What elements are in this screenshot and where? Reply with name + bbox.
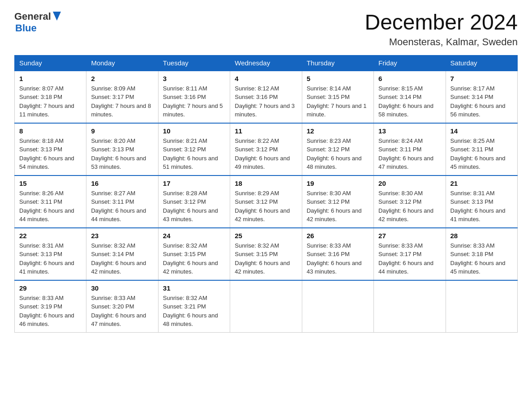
day-info: Sunrise: 8:32 AMSunset: 3:15 PMDaylight:… [235, 242, 290, 275]
day-info: Sunrise: 8:09 AMSunset: 3:17 PMDaylight:… [91, 85, 151, 118]
calendar-week-row: 29 Sunrise: 8:33 AMSunset: 3:19 PMDaylig… [15, 280, 518, 333]
header-row: Sunday Monday Tuesday Wednesday Thursday… [15, 55, 518, 71]
day-info: Sunrise: 8:30 AMSunset: 3:12 PMDaylight:… [378, 190, 433, 223]
table-row: 25 Sunrise: 8:32 AMSunset: 3:15 PMDaylig… [230, 228, 302, 280]
table-row: 9 Sunrise: 8:20 AMSunset: 3:13 PMDayligh… [86, 123, 158, 176]
day-info: Sunrise: 8:15 AMSunset: 3:14 PMDaylight:… [378, 85, 433, 118]
table-row: 21 Sunrise: 8:31 AMSunset: 3:13 PMDaylig… [446, 176, 517, 228]
table-row: 7 Sunrise: 8:17 AMSunset: 3:14 PMDayligh… [446, 71, 517, 123]
day-number: 30 [91, 284, 153, 292]
table-row: 1 Sunrise: 8:07 AMSunset: 3:18 PMDayligh… [15, 71, 86, 123]
day-number: 12 [307, 127, 369, 135]
table-row: 8 Sunrise: 8:18 AMSunset: 3:13 PMDayligh… [15, 123, 86, 176]
day-number: 7 [450, 75, 513, 82]
day-number: 19 [307, 180, 369, 187]
day-number: 24 [163, 232, 225, 240]
day-number: 28 [450, 232, 513, 240]
day-number: 4 [235, 75, 297, 82]
day-info: Sunrise: 8:07 AMSunset: 3:18 PMDaylight:… [19, 85, 74, 118]
table-row: 31 Sunrise: 8:32 AMSunset: 3:21 PMDaylig… [158, 280, 230, 333]
day-info: Sunrise: 8:33 AMSunset: 3:19 PMDaylight:… [19, 295, 74, 328]
day-number: 11 [235, 127, 297, 135]
header-saturday: Saturday [446, 55, 517, 71]
table-row: 5 Sunrise: 8:14 AMSunset: 3:15 PMDayligh… [302, 71, 373, 123]
day-info: Sunrise: 8:27 AMSunset: 3:11 PMDaylight:… [91, 190, 146, 223]
day-info: Sunrise: 8:32 AMSunset: 3:21 PMDaylight:… [163, 295, 218, 328]
day-number: 14 [450, 127, 513, 135]
table-row: 28 Sunrise: 8:33 AMSunset: 3:18 PMDaylig… [446, 228, 517, 280]
title-block: December 2024 Moensteras, Kalmar, Sweden [365, 11, 518, 48]
day-info: Sunrise: 8:33 AMSunset: 3:20 PMDaylight:… [91, 295, 146, 328]
table-row: 18 Sunrise: 8:29 AMSunset: 3:12 PMDaylig… [230, 176, 302, 228]
table-row: 27 Sunrise: 8:33 AMSunset: 3:17 PMDaylig… [374, 228, 446, 280]
day-number: 2 [91, 75, 153, 82]
day-number: 1 [19, 75, 82, 82]
day-number: 13 [378, 127, 441, 135]
day-info: Sunrise: 8:33 AMSunset: 3:16 PMDaylight:… [307, 242, 362, 275]
table-row: 15 Sunrise: 8:26 AMSunset: 3:11 PMDaylig… [15, 176, 86, 228]
calendar-week-row: 1 Sunrise: 8:07 AMSunset: 3:18 PMDayligh… [15, 71, 518, 123]
table-row: 14 Sunrise: 8:25 AMSunset: 3:11 PMDaylig… [446, 123, 517, 176]
day-info: Sunrise: 8:28 AMSunset: 3:12 PMDaylight:… [163, 190, 218, 223]
page-header: General Blue December 2024 Moensteras, K… [14, 11, 518, 48]
day-number: 27 [378, 232, 441, 240]
day-info: Sunrise: 8:32 AMSunset: 3:15 PMDaylight:… [163, 242, 218, 275]
day-info: Sunrise: 8:17 AMSunset: 3:14 PMDaylight:… [450, 85, 506, 118]
table-row: 23 Sunrise: 8:32 AMSunset: 3:14 PMDaylig… [86, 228, 158, 280]
table-row: 6 Sunrise: 8:15 AMSunset: 3:14 PMDayligh… [374, 71, 446, 123]
table-row: 19 Sunrise: 8:30 AMSunset: 3:12 PMDaylig… [302, 176, 373, 228]
day-info: Sunrise: 8:14 AMSunset: 3:15 PMDaylight:… [307, 85, 367, 118]
day-info: Sunrise: 8:31 AMSunset: 3:13 PMDaylight:… [19, 242, 74, 275]
day-info: Sunrise: 8:20 AMSunset: 3:13 PMDaylight:… [91, 137, 146, 171]
day-info: Sunrise: 8:30 AMSunset: 3:12 PMDaylight:… [307, 190, 362, 223]
table-row: 11 Sunrise: 8:22 AMSunset: 3:12 PMDaylig… [230, 123, 302, 176]
day-info: Sunrise: 8:32 AMSunset: 3:14 PMDaylight:… [91, 242, 146, 275]
day-number: 29 [19, 284, 82, 292]
header-monday: Monday [86, 55, 158, 71]
day-number: 16 [91, 180, 153, 187]
calendar-subtitle: Moensteras, Kalmar, Sweden [365, 36, 518, 48]
header-friday: Friday [374, 55, 446, 71]
calendar-week-row: 8 Sunrise: 8:18 AMSunset: 3:13 PMDayligh… [15, 123, 518, 176]
logo-blue: Blue [15, 22, 37, 34]
header-wednesday: Wednesday [230, 55, 302, 71]
header-tuesday: Tuesday [158, 55, 230, 71]
day-number: 5 [307, 75, 369, 82]
table-row [302, 280, 373, 333]
table-row: 20 Sunrise: 8:30 AMSunset: 3:12 PMDaylig… [374, 176, 446, 228]
table-row: 4 Sunrise: 8:12 AMSunset: 3:16 PMDayligh… [230, 71, 302, 123]
day-number: 8 [19, 127, 82, 135]
day-info: Sunrise: 8:24 AMSunset: 3:11 PMDaylight:… [378, 137, 433, 171]
day-number: 23 [91, 232, 153, 240]
day-info: Sunrise: 8:29 AMSunset: 3:12 PMDaylight:… [235, 190, 290, 223]
day-number: 10 [163, 127, 225, 135]
day-number: 9 [91, 127, 153, 135]
calendar-week-row: 15 Sunrise: 8:26 AMSunset: 3:11 PMDaylig… [15, 176, 518, 228]
table-row: 2 Sunrise: 8:09 AMSunset: 3:17 PMDayligh… [86, 71, 158, 123]
day-number: 26 [307, 232, 369, 240]
logo: General Blue [14, 11, 61, 34]
day-number: 25 [235, 232, 297, 240]
header-sunday: Sunday [15, 55, 86, 71]
day-number: 17 [163, 180, 225, 187]
calendar-week-row: 22 Sunrise: 8:31 AMSunset: 3:13 PMDaylig… [15, 228, 518, 280]
day-info: Sunrise: 8:22 AMSunset: 3:12 PMDaylight:… [235, 137, 290, 171]
day-number: 15 [19, 180, 82, 187]
table-row [374, 280, 446, 333]
day-info: Sunrise: 8:26 AMSunset: 3:11 PMDaylight:… [19, 190, 74, 223]
day-info: Sunrise: 8:23 AMSunset: 3:12 PMDaylight:… [307, 137, 362, 171]
day-info: Sunrise: 8:33 AMSunset: 3:18 PMDaylight:… [450, 242, 506, 275]
table-row: 16 Sunrise: 8:27 AMSunset: 3:11 PMDaylig… [86, 176, 158, 228]
table-row: 17 Sunrise: 8:28 AMSunset: 3:12 PMDaylig… [158, 176, 230, 228]
svg-marker-0 [53, 12, 61, 21]
logo-arrow-icon [53, 12, 61, 21]
day-number: 20 [378, 180, 441, 187]
table-row [230, 280, 302, 333]
table-row: 30 Sunrise: 8:33 AMSunset: 3:20 PMDaylig… [86, 280, 158, 333]
day-info: Sunrise: 8:31 AMSunset: 3:13 PMDaylight:… [450, 190, 506, 223]
day-info: Sunrise: 8:25 AMSunset: 3:11 PMDaylight:… [450, 137, 506, 171]
day-number: 21 [450, 180, 513, 187]
day-number: 18 [235, 180, 297, 187]
table-row: 10 Sunrise: 8:21 AMSunset: 3:12 PMDaylig… [158, 123, 230, 176]
table-row: 26 Sunrise: 8:33 AMSunset: 3:16 PMDaylig… [302, 228, 373, 280]
